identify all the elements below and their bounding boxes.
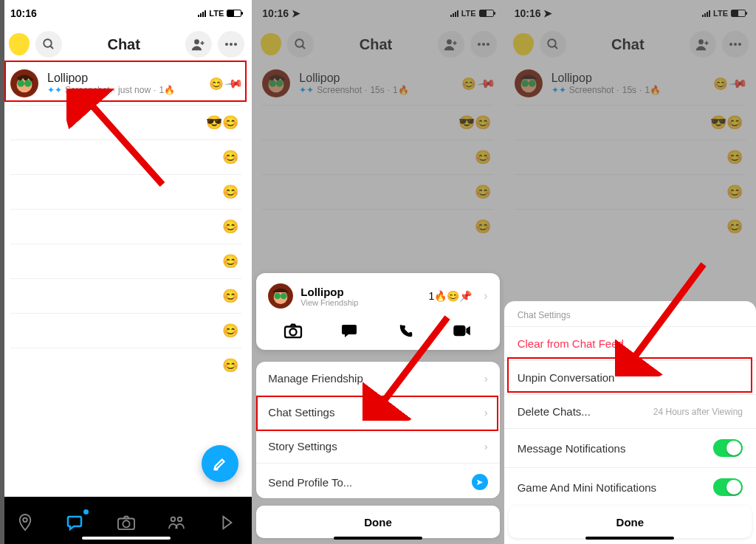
view-friendship-link[interactable]: View Friendship bbox=[300, 298, 421, 307]
signal-icon bbox=[198, 10, 206, 17]
add-friend-icon bbox=[191, 38, 206, 51]
friend-card-header[interactable]: Lollipop View Friendship 1🔥😊📌 › bbox=[262, 280, 493, 314]
done-button[interactable]: Done bbox=[509, 506, 752, 538]
manage-friendship-option[interactable]: Manage Friendship› bbox=[256, 362, 499, 395]
svg-point-0 bbox=[44, 39, 52, 47]
list-item[interactable]: 😊 bbox=[0, 314, 252, 348]
camera-action[interactable] bbox=[277, 317, 309, 344]
chat-settings-option[interactable]: Chat Settings› bbox=[256, 395, 499, 429]
pin-icon: 📌 bbox=[224, 73, 245, 93]
svg-point-32 bbox=[290, 328, 297, 335]
svg-point-30 bbox=[281, 293, 287, 300]
svg-point-3 bbox=[225, 43, 228, 46]
svg-point-5 bbox=[234, 43, 237, 46]
send-profile-option[interactable]: Send Profile To... bbox=[256, 463, 499, 498]
clear-from-feed-option[interactable]: Clear from Chat Feed bbox=[504, 326, 756, 360]
list-item[interactable]: 😊 bbox=[0, 140, 252, 174]
list-item[interactable]: 😊 bbox=[0, 244, 252, 278]
sheet-title: Chat Settings bbox=[504, 301, 756, 326]
message-notifications-option[interactable]: Message Notifications bbox=[504, 428, 756, 467]
tab-bar bbox=[0, 497, 252, 544]
video-action[interactable] bbox=[446, 317, 478, 344]
chat-subtitle: ✦✦ Screenshot · just now · 1🔥 bbox=[47, 85, 200, 95]
chevron-right-icon: › bbox=[484, 441, 488, 452]
call-action[interactable] bbox=[390, 317, 422, 344]
card-badges: 1🔥😊📌 bbox=[429, 290, 472, 302]
svg-rect-15 bbox=[0, 0, 4, 544]
sparkle-icon: ✦✦ bbox=[47, 85, 62, 95]
more-button[interactable] bbox=[218, 31, 244, 58]
tab-stories[interactable] bbox=[165, 511, 188, 534]
home-indicator bbox=[334, 537, 422, 540]
chat-row-text: Lollipop ✦✦ Screenshot · just now · 1🔥 bbox=[47, 72, 200, 95]
status-bar: 10:16 LTE bbox=[0, 0, 252, 27]
svg-point-9 bbox=[24, 80, 32, 87]
network-label: LTE bbox=[209, 9, 224, 18]
options-sheet: Manage Friendship› Chat Settings› Story … bbox=[256, 362, 499, 498]
svg-point-8 bbox=[18, 80, 25, 87]
story-settings-option[interactable]: Story Settings› bbox=[256, 429, 499, 463]
screen-2: 10:16 ➤ LTE Chat Lollipop✦✦Screenshot · … bbox=[252, 0, 504, 544]
send-icon bbox=[472, 474, 488, 490]
status-time: 10:16 bbox=[10, 7, 37, 19]
delete-chats-option[interactable]: Delete Chats...24 Hours after Viewing bbox=[504, 394, 756, 428]
svg-rect-33 bbox=[454, 326, 466, 336]
chevron-right-icon: › bbox=[484, 373, 488, 385]
game-notifications-option[interactable]: Game And Mini Notifications bbox=[504, 467, 756, 506]
svg-point-4 bbox=[230, 43, 233, 46]
unpin-conversation-option[interactable]: Unpin Conversation bbox=[504, 360, 756, 394]
svg-line-1 bbox=[50, 46, 53, 49]
header: Chat bbox=[0, 27, 252, 62]
list-item[interactable]: 😊 bbox=[0, 279, 252, 313]
avatar bbox=[10, 69, 38, 97]
toggle-on[interactable] bbox=[713, 439, 743, 457]
screen-1: 10:16 LTE Chat Lollipop ✦✦ Screenshot · … bbox=[0, 0, 252, 544]
tab-chat[interactable] bbox=[63, 511, 87, 534]
done-button[interactable]: Done bbox=[256, 506, 499, 538]
search-button[interactable] bbox=[35, 31, 62, 58]
svg-point-29 bbox=[275, 293, 281, 300]
add-friend-button[interactable] bbox=[185, 31, 212, 58]
tab-spotlight[interactable] bbox=[215, 511, 238, 534]
svg-point-10 bbox=[23, 518, 27, 523]
friend-card: Lollipop View Friendship 1🔥😊📌 › bbox=[256, 273, 499, 350]
chat-action[interactable] bbox=[334, 317, 366, 344]
list-item[interactable]: 😊 bbox=[0, 348, 252, 382]
ellipsis-icon bbox=[224, 42, 238, 47]
toggle-on[interactable] bbox=[713, 478, 743, 496]
screen-3: 10:16 ➤ LTE Chat Lollipop✦✦Screenshot · … bbox=[504, 0, 756, 544]
card-name: Lollipop bbox=[300, 286, 421, 298]
card-actions bbox=[262, 314, 493, 345]
tab-camera[interactable] bbox=[114, 511, 138, 534]
chevron-right-icon: › bbox=[484, 407, 488, 419]
compose-icon bbox=[212, 455, 228, 472]
svg-point-14 bbox=[178, 517, 182, 522]
chat-row-badges: 😊📌 bbox=[209, 77, 241, 91]
battery-icon bbox=[227, 10, 241, 17]
page-title: Chat bbox=[68, 36, 179, 53]
tab-map[interactable] bbox=[13, 511, 37, 534]
chevron-right-icon: › bbox=[484, 289, 487, 303]
new-chat-fab[interactable] bbox=[202, 445, 238, 482]
status-right: LTE bbox=[198, 9, 241, 18]
chat-list: 😎😊 😊 😊 😊 😊 😊 😊 😊 bbox=[0, 105, 252, 382]
list-item[interactable]: 😎😊 bbox=[0, 106, 252, 140]
svg-point-13 bbox=[171, 517, 176, 522]
home-indicator bbox=[82, 537, 171, 540]
svg-point-2 bbox=[194, 39, 199, 44]
list-item[interactable]: 😊 bbox=[0, 175, 252, 209]
profile-bitmoji-button[interactable] bbox=[9, 33, 30, 55]
svg-point-12 bbox=[123, 520, 129, 527]
home-indicator bbox=[585, 537, 674, 540]
search-icon bbox=[42, 38, 55, 51]
chat-row-lollipop[interactable]: Lollipop ✦✦ Screenshot · just now · 1🔥 😊… bbox=[0, 62, 252, 105]
chat-name: Lollipop bbox=[47, 72, 200, 85]
list-item[interactable]: 😊 bbox=[0, 210, 252, 244]
